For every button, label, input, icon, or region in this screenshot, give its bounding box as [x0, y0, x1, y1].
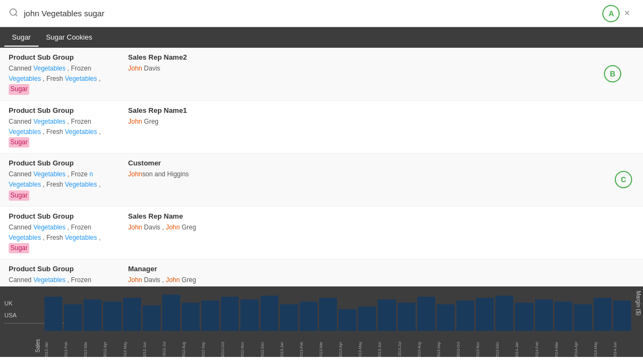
tabs-bar: Sugar Sugar Cookies [0, 27, 643, 48]
highlight: Vegetables [9, 75, 41, 82]
x-label: 2013-Dec [495, 342, 513, 357]
x-label: 2013-May [358, 342, 376, 357]
highlight-john: John [128, 223, 142, 231]
left-col: Product Sub Group Canned Vegetables , Fr… [9, 53, 117, 95]
highlight-john: John [128, 276, 142, 284]
x-label: 2012-Dec [260, 342, 278, 357]
tab-sugar-cookies[interactable]: Sugar Cookies [39, 29, 100, 47]
x-label: 2012-Aug [182, 342, 200, 357]
tab-sugar[interactable]: Sugar [4, 29, 39, 47]
highlight: Vegetables [33, 223, 65, 231]
chart-y-axis-label: Sales [33, 286, 42, 357]
chart-bars: 2012-Jan2012-Feb2012-Mar2012-Apr2012-May… [42, 286, 633, 357]
highlight: Vegetables [65, 128, 97, 136]
x-label: 2014-Mar [555, 342, 572, 357]
close-button[interactable]: × [620, 5, 634, 21]
results-area: Product Sub Group Canned Vegetables , Fr… [0, 48, 643, 286]
field-label: Sales Rep Name [128, 212, 634, 220]
highlight-john: John [128, 170, 142, 178]
x-label: 2013-Jul [398, 342, 416, 356]
chart-bar [44, 297, 62, 331]
result-row: Product Sub Group Canned Vegetables , Fr… [0, 259, 643, 286]
chart-bar [398, 303, 416, 331]
chart-bar [123, 298, 141, 331]
x-label: 2013-Jan [280, 342, 298, 357]
chart-bar [555, 302, 572, 331]
field-label: Product Sub Group [9, 265, 117, 273]
chart-bar [260, 296, 278, 331]
field-values: John Davis , John Greg [128, 222, 634, 233]
x-label: 2013-Jun [378, 342, 396, 357]
search-bar: john Vegetables sugar A × [0, 0, 643, 27]
field-values: Canned Vegetables , Frozen Vegetables , … [9, 275, 117, 286]
chart-side-labels: UK USA [0, 286, 33, 357]
highlight-sugar: Sugar [9, 84, 29, 94]
highlight-john: John [128, 65, 142, 72]
highlight: Vegetables [33, 118, 65, 125]
x-label: 2012-Jul [162, 342, 180, 356]
x-label: 2014-Apr [574, 342, 592, 357]
field-label: Product Sub Group [9, 159, 117, 167]
field-label: Product Sub Group [9, 53, 117, 61]
chart-bar [84, 299, 101, 331]
highlight-john: John [128, 118, 142, 125]
chart-bar [240, 299, 258, 331]
field-values: John Davis , John Greg [128, 275, 634, 285]
field-label: Product Sub Group [9, 212, 117, 220]
x-label: 2012-May [123, 342, 141, 357]
search-icon [9, 8, 18, 20]
chart-bar [476, 298, 494, 331]
x-label: 2013-Nov [476, 342, 494, 357]
chart-bar [495, 296, 513, 331]
field-values: Johnson and Higgins [128, 169, 634, 180]
chart-bar [417, 297, 435, 331]
highlight-sugar: Sugar [9, 137, 29, 148]
field-label: Manager [128, 265, 634, 273]
x-label: 2012-Jun [143, 342, 161, 357]
chart-bar [300, 302, 317, 331]
result-row: Product Sub Group Canned Vegetables , Fr… [0, 101, 643, 154]
right-col: Customer Johnson and Higgins [117, 159, 634, 180]
chart-bar [221, 297, 239, 331]
result-row: Product Sub Group Canned Vegetables , Fr… [0, 207, 643, 260]
field-values: Canned Vegetables , Frozen Vegetables , … [9, 222, 117, 254]
highlight: Vegetables [33, 65, 65, 72]
field-values: John Davis [128, 63, 634, 74]
highlight-sugar: Sugar [9, 190, 29, 201]
x-label: 2012-Feb [64, 342, 82, 357]
field-label: Customer [128, 159, 634, 167]
chart-bar [201, 301, 219, 331]
left-col: Product Sub Group Canned Vegetables , Fr… [9, 265, 117, 286]
left-col: Product Sub Group Canned Vegetables , Fr… [9, 106, 117, 148]
x-label: 2012-Nov [240, 342, 258, 357]
chart-bar [535, 299, 553, 331]
chart-right-axis-label: Margin ($) [633, 286, 643, 357]
svg-line-1 [15, 14, 17, 16]
x-label: 2014-Jun [613, 342, 631, 357]
result-row: Product Sub Group Canned Vegetables , Fr… [0, 154, 643, 207]
left-col: Product Sub Group Canned Vegetables , Fr… [9, 212, 117, 254]
highlight: Vegetables [9, 234, 41, 241]
right-col: Sales Rep Name2 John Davis [117, 53, 634, 74]
highlight-john: John [165, 223, 180, 231]
field-values: Canned Vegetables , Frozen Vegetables , … [9, 117, 117, 148]
result-row: Product Sub Group Canned Vegetables , Fr… [0, 48, 643, 101]
chart-bar [378, 299, 396, 331]
x-label: 2013-Sep [437, 342, 455, 357]
x-label: 2012-Mar [84, 342, 101, 357]
chart-bar [162, 295, 180, 331]
badge-c: C [615, 171, 632, 188]
badge-a: A [602, 5, 620, 22]
highlight: Vegetables [65, 181, 97, 188]
chart-bar [437, 304, 455, 331]
field-values: John Greg [128, 117, 634, 127]
highlight: Vegetables [65, 75, 97, 82]
chart-bar [103, 302, 121, 331]
svg-point-0 [10, 9, 16, 15]
chart-bar [358, 306, 376, 331]
x-labels-group: 2012-Jan2012-Feb2012-Mar2012-Apr2012-May… [42, 342, 633, 357]
chart-bar [456, 301, 474, 331]
highlight: Vegetables [33, 276, 65, 284]
search-query[interactable]: john Vegetables sugar [24, 9, 597, 18]
highlight-john: John [165, 276, 180, 284]
